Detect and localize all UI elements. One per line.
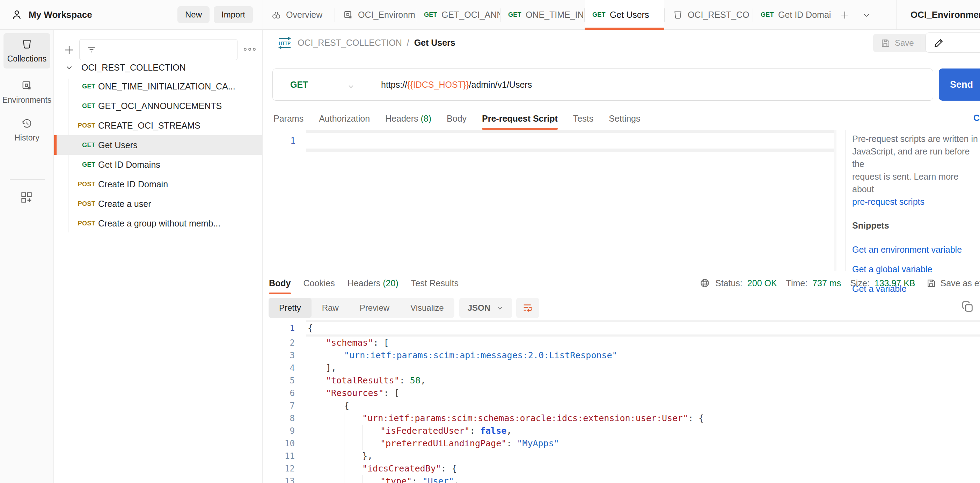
request-tab-authorization[interactable]: Authorization — [319, 113, 370, 124]
prerequest-help-panel: Pre-request scripts are written in JavaS… — [852, 130, 980, 271]
network-globe-icon[interactable] — [699, 277, 710, 289]
breadcrumb-collection[interactable]: OCI_REST_COLLECTION — [298, 38, 402, 48]
pencil-icon — [934, 37, 945, 48]
tab-label: Overview — [286, 10, 322, 20]
breadcrumb-request-name[interactable]: Get Users — [414, 38, 455, 48]
wrap-lines-button[interactable] — [516, 298, 539, 318]
sidebar-filter-input[interactable] — [79, 39, 237, 60]
request-tab-params[interactable]: Params — [274, 113, 304, 124]
tab-oci-rest-co[interactable]: OCI_REST_CO — [665, 0, 752, 30]
import-button[interactable]: Import — [214, 6, 253, 23]
collection-root[interactable]: OCI_REST_COLLECTION — [54, 58, 262, 77]
send-button[interactable]: Send — [939, 69, 980, 100]
sidebar-item-history[interactable]: History — [3, 112, 50, 147]
request-item-create-oci-streams[interactable]: POSTCREATE_OCI_STREAMS — [54, 116, 262, 135]
line-number: 11 — [262, 450, 301, 462]
view-tab-pretty[interactable]: Pretty — [269, 298, 312, 318]
request-item-one-time-initialization-ca[interactable]: GETONE_TIME_INITIALIZATION_CA... — [54, 77, 262, 96]
response-tab-headers[interactable]: Headers (20) — [347, 278, 398, 289]
size-value[interactable]: 133.97 KB — [875, 278, 915, 289]
code-line[interactable]: 3"urn:ietf:params:scim:api:messages:2.0:… — [262, 349, 980, 362]
more-workspaces-icon[interactable] — [19, 190, 33, 204]
tab-get-users[interactable]: GETGet Users — [585, 0, 664, 30]
request-tab-settings[interactable]: Settings — [609, 113, 640, 124]
code-line[interactable]: 9"isFederatedUser": false, — [262, 425, 980, 437]
code-line[interactable]: 12"idcsCreatedBy": { — [262, 462, 980, 475]
code-line[interactable]: 4], — [262, 362, 980, 374]
editor-text-area[interactable] — [301, 133, 837, 148]
request-tab-pre-request-script[interactable]: Pre-request Script — [482, 113, 558, 124]
code-line[interactable]: 11}, — [262, 450, 980, 462]
tab-one-time-ini[interactable]: GETONE_TIME_INI — [501, 0, 584, 30]
sidebar-more-icon[interactable] — [243, 45, 257, 53]
add-collection-icon[interactable] — [63, 44, 75, 56]
format-dropdown[interactable]: JSON — [459, 298, 512, 318]
indent-guide — [362, 425, 380, 437]
tab-oci-environm[interactable]: OCI_Environm — [335, 0, 416, 30]
code-line[interactable]: 8"urn:ietf:params:scim:schemas:oracle:id… — [262, 412, 980, 425]
method-selector[interactable]: GET — [273, 69, 370, 100]
token: "urn:ietf:params:scim:schemas:oracle:idc… — [362, 412, 688, 425]
snippet-link-get-an-environment-variable[interactable]: Get an environment variable — [852, 240, 980, 259]
request-tab-headers[interactable]: Headers (8) — [385, 113, 431, 124]
script-editor[interactable]: 1 — [262, 130, 837, 271]
edit-request-button[interactable] — [926, 32, 980, 53]
workspace-title[interactable]: My Workspace — [29, 10, 92, 20]
line-content: "type": "User", — [301, 475, 459, 483]
request-item-get-id-domains[interactable]: GETGet ID Domains — [54, 155, 262, 174]
tab-get-oci-ann[interactable]: GETGET_OCI_ANN — [416, 0, 500, 30]
prerequest-scripts-link[interactable]: pre-request scripts — [852, 195, 980, 208]
tab-list-chevron-icon[interactable] — [862, 11, 871, 19]
environment-selector[interactable]: OCI_Environment — [896, 0, 980, 29]
code-line[interactable]: 10"preferredUiLandingPage": "MyApps" — [262, 437, 980, 450]
request-item-get-users[interactable]: GETGet Users — [54, 135, 262, 155]
view-tab-preview[interactable]: Preview — [349, 298, 400, 318]
cookies-link[interactable]: Cookies — [974, 113, 980, 123]
status-value[interactable]: 200 OK — [748, 278, 777, 289]
tab-label: OCI_Environm — [358, 10, 415, 20]
indent-guide — [308, 349, 326, 362]
save-as-example-button[interactable]: Save as exam — [926, 278, 980, 289]
sidebar-item-environments[interactable]: Environments — [3, 75, 50, 110]
code-line[interactable]: 7{ — [262, 400, 980, 412]
code-line[interactable]: 2"schemas": [ — [262, 336, 980, 349]
collection-name: OCI_REST_COLLECTION — [81, 62, 186, 73]
request-tab-tests[interactable]: Tests — [573, 113, 593, 124]
code-line[interactable]: 1{ — [262, 322, 980, 335]
time-value[interactable]: 737 ms — [812, 278, 841, 289]
request-item-get-oci-announcements[interactable]: GETGET_OCI_ANNOUNCEMENTS — [54, 96, 262, 116]
code-line[interactable]: 6"Resources": [ — [262, 387, 980, 400]
copy-response-icon[interactable] — [961, 300, 974, 314]
indent-guide — [308, 336, 326, 349]
response-tab-body[interactable]: Body — [269, 278, 291, 289]
new-button[interactable]: New — [177, 6, 210, 23]
response-divider — [262, 271, 980, 271]
line-content: "totalResults": 58, — [301, 374, 426, 387]
code-line[interactable]: 13"type": "User", — [262, 475, 980, 483]
collections-icon — [21, 38, 33, 51]
method-chevron-icon — [347, 82, 355, 91]
response-tab-cookies[interactable]: Cookies — [304, 278, 335, 289]
app-header: My Workspace New Import OverviewOCI_Envi… — [0, 0, 980, 30]
request-item-create-a-group-without-memb[interactable]: POSTCreate a group without memb... — [54, 214, 262, 233]
token: : — [506, 437, 517, 450]
view-tab-raw[interactable]: Raw — [312, 298, 349, 318]
request-item-create-a-user[interactable]: POSTCreate a user — [54, 194, 262, 214]
new-tab-plus-icon[interactable] — [840, 10, 850, 20]
line-content: "preferredUiLandingPage": "MyApps" — [301, 437, 559, 450]
response-body[interactable]: 1{2"schemas": [3"urn:ietf:params:scim:ap… — [262, 320, 980, 483]
editor-scrollbar[interactable] — [834, 130, 837, 271]
sidebar-item-collections[interactable]: Collections — [3, 33, 50, 69]
editor-active-line[interactable]: 1 — [262, 133, 837, 148]
method-badge: GET — [760, 11, 774, 19]
response-tab-test-results[interactable]: Test Results — [411, 278, 458, 289]
code-line[interactable]: 5"totalResults": 58, — [262, 374, 980, 387]
tab-get-id-domain[interactable]: GETGet ID Domain — [753, 0, 830, 30]
url-input[interactable]: https://{{IDCS_HOST}}/admin/v1/Users — [381, 69, 532, 100]
view-tab-visualize[interactable]: Visualize — [400, 298, 454, 318]
tab-overview[interactable]: Overview — [263, 0, 334, 30]
save-as-example-label: Save as exam — [940, 278, 980, 289]
response-tabs: BodyCookiesHeaders (20)Test Results — [269, 273, 458, 293]
request-item-create-id-domain[interactable]: POSTCreate ID Domain — [54, 174, 262, 194]
request-tab-body[interactable]: Body — [447, 113, 466, 124]
